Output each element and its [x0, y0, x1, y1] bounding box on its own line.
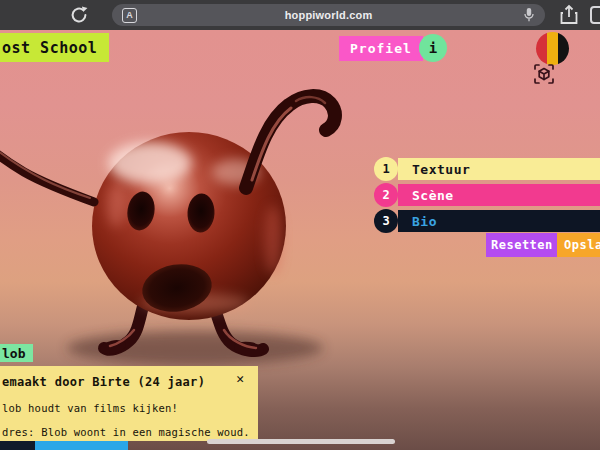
body-highlight — [107, 183, 125, 227]
blob-name-tag: lob — [0, 344, 33, 362]
reload-icon[interactable] — [68, 4, 90, 26]
menu-number-3: 3 — [374, 209, 398, 233]
tabs-icon[interactable] — [590, 6, 600, 24]
menu-label-scene: Scène — [398, 184, 600, 206]
translate-icon[interactable]: A — [122, 8, 137, 23]
save-button[interactable]: Opsla — [557, 233, 600, 257]
bio-card: emaakt door Birte (24 jaar) ✕ lob houdt … — [0, 366, 258, 441]
microphone-icon[interactable] — [522, 7, 536, 23]
info-button[interactable]: i — [419, 34, 447, 62]
school-label: ost School — [0, 33, 109, 62]
reset-button[interactable]: Resetten — [486, 233, 558, 257]
belgian-flag-icon[interactable] — [536, 32, 569, 65]
menu-number-2: 2 — [374, 183, 398, 207]
bio-card-line: lob houdt van films kijken! — [2, 402, 178, 414]
home-indicator[interactable] — [207, 439, 395, 444]
bio-card-line: dres: Blob woont in een magische woud. — [2, 426, 250, 438]
menu-item-textuur[interactable]: 1 Textuur — [374, 157, 600, 181]
bio-card-title: emaakt door Birte (24 jaar) — [2, 375, 205, 389]
menu-label-textuur: Textuur — [398, 158, 600, 180]
menu-item-bio[interactable]: 3 Bio — [374, 209, 600, 233]
url-bar[interactable]: A hoppiworld.com — [112, 4, 545, 26]
url-text: hoppiworld.com — [285, 9, 373, 21]
ar-view-icon[interactable] — [532, 62, 556, 86]
menu-label-bio: Bio — [398, 210, 600, 232]
body-highlight — [108, 142, 192, 184]
menu-number-1: 1 — [374, 157, 398, 181]
menu-item-scene[interactable]: 2 Scène — [374, 183, 600, 207]
share-icon[interactable] — [558, 4, 580, 26]
browser-toolbar: › A hoppiworld.com — [0, 0, 600, 30]
close-icon[interactable]: ✕ — [236, 371, 244, 387]
profile-button[interactable]: Profiel — [339, 36, 423, 61]
bottom-navy-strip — [0, 441, 35, 450]
bottom-blue-strip — [35, 441, 128, 450]
body-rim-light — [264, 205, 282, 275]
